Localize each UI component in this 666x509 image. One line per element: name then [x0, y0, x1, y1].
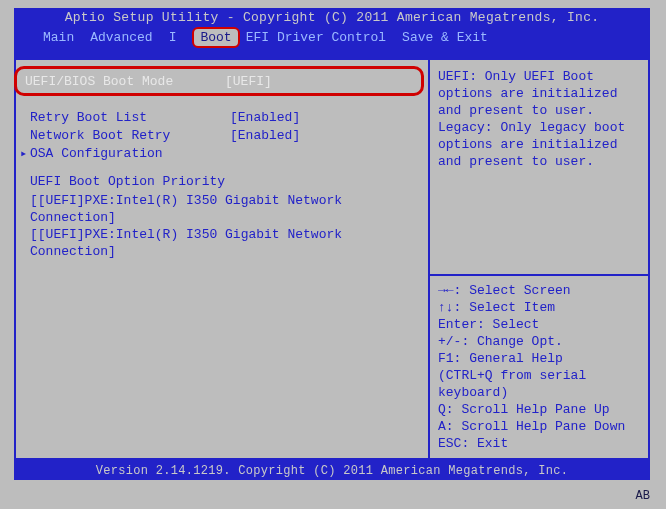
key-esc: ESC: Exit	[438, 435, 640, 452]
retry-boot-list-label: Retry Boot List	[30, 110, 230, 125]
key-select-item: ↑↓: Select Item	[438, 299, 640, 316]
bios-screen: Aptio Setup Utility - Copyright (C) 2011…	[14, 8, 650, 498]
settings-pane: UEFI/BIOS Boot Mode [UEFI] Retry Boot Li…	[16, 60, 428, 458]
submenu-arrow-icon: ▸	[20, 146, 27, 161]
key-scroll-down: A: Scroll Help Pane Down	[438, 418, 640, 435]
boot-priority-heading: UEFI Boot Option Priority	[22, 174, 422, 192]
key-select-screen: →←: Select Screen	[438, 282, 640, 299]
boot-entry-1[interactable]: [[UEFI]PXE:Intel(R) I350 Gigabit Network…	[22, 192, 422, 226]
retry-boot-list-row[interactable]: Retry Boot List [Enabled]	[22, 108, 422, 126]
boot-entry-2[interactable]: [[UEFI]PXE:Intel(R) I350 Gigabit Network…	[22, 226, 422, 260]
boot-mode-value: [UEFI]	[225, 74, 272, 89]
tab-save-exit[interactable]: Save & Exit	[402, 30, 498, 45]
utility-title: Aptio Setup Utility - Copyright (C) 2011…	[15, 10, 649, 28]
help-description: UEFI: Only UEFI Boot options are initial…	[430, 60, 648, 274]
content-area: UEFI/BIOS Boot Mode [UEFI] Retry Boot Li…	[14, 60, 650, 460]
footer-badge: AB	[630, 489, 656, 503]
header-bar: Aptio Setup Utility - Copyright (C) 2011…	[14, 8, 650, 60]
tab-advanced[interactable]: Advanced	[90, 30, 162, 45]
tab-partial-i[interactable]: I	[169, 30, 187, 45]
key-scroll-up: Q: Scroll Help Pane Up	[438, 401, 640, 418]
key-general-help: F1: General Help	[438, 350, 640, 367]
key-change-opt: +/-: Change Opt.	[438, 333, 640, 350]
key-ctrl-q-1: (CTRL+Q from serial	[438, 367, 640, 384]
key-help: →←: Select Screen ↑↓: Select Item Enter:…	[430, 274, 648, 458]
key-enter: Enter: Select	[438, 316, 640, 333]
tab-boot[interactable]: Boot	[192, 27, 239, 48]
tab-main[interactable]: Main	[43, 30, 84, 45]
boot-mode-label: UEFI/BIOS Boot Mode	[25, 74, 225, 89]
network-boot-retry-value: [Enabled]	[230, 128, 300, 143]
tab-efi-driver-control[interactable]: EFI Driver Control	[246, 30, 396, 45]
footer-version: Version 2.14.1219. Copyright (C) 2011 Am…	[14, 460, 650, 480]
network-boot-retry-row[interactable]: Network Boot Retry [Enabled]	[22, 126, 422, 144]
osa-configuration-row[interactable]: ▸ OSA Configuration	[22, 144, 422, 162]
key-ctrl-q-2: keyboard)	[438, 384, 640, 401]
help-pane: UEFI: Only UEFI Boot options are initial…	[428, 60, 648, 458]
osa-configuration-label: OSA Configuration	[30, 146, 230, 161]
tab-bar: Main Advanced I Boot EFI Driver Control …	[15, 28, 649, 46]
network-boot-retry-label: Network Boot Retry	[30, 128, 230, 143]
boot-mode-row[interactable]: UEFI/BIOS Boot Mode [UEFI]	[14, 66, 424, 96]
retry-boot-list-value: [Enabled]	[230, 110, 300, 125]
